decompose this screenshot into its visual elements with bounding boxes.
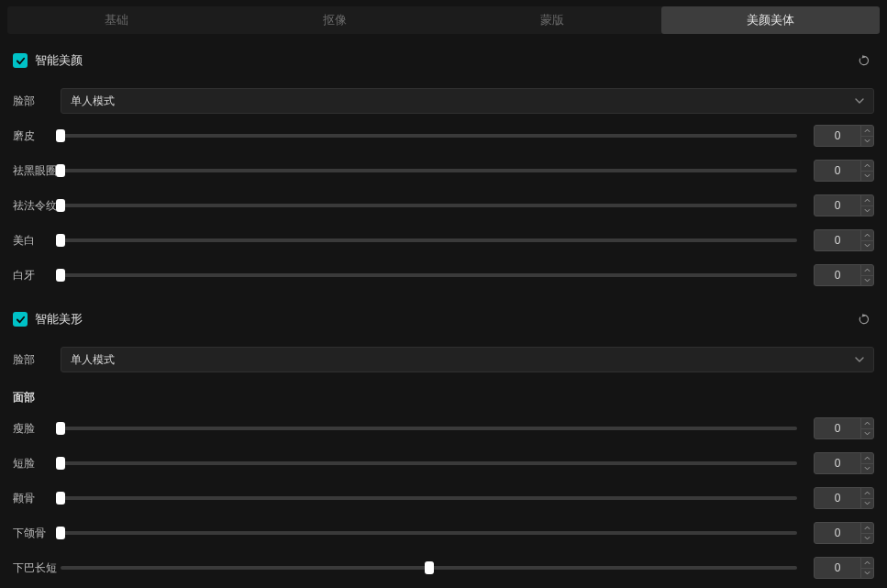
slider-label: 美白	[13, 233, 61, 249]
slider-thumb[interactable]	[56, 492, 65, 505]
value-display: 0	[815, 492, 860, 505]
stepper-down-icon[interactable]	[861, 205, 873, 216]
stepper-down-icon[interactable]	[861, 240, 873, 251]
stepper-down-icon[interactable]	[861, 275, 873, 286]
stepper-up-icon[interactable]	[861, 453, 873, 463]
slider-track[interactable]	[61, 531, 797, 535]
slider-row: 祛黑眼圈0	[13, 153, 874, 188]
tab-label: 美颜美体	[747, 12, 794, 28]
stepper-up-icon[interactable]	[861, 126, 873, 136]
stepper-up-icon[interactable]	[861, 558, 873, 568]
value-stepper[interactable]: 0	[814, 194, 874, 216]
slider-row: 颧骨0	[13, 481, 874, 516]
stepper-down-icon[interactable]	[861, 171, 873, 182]
stepper-down-icon[interactable]	[861, 498, 873, 509]
section-checkbox[interactable]	[13, 53, 28, 68]
slider-row: 下颌骨0	[13, 516, 874, 550]
value-stepper[interactable]: 0	[814, 487, 874, 509]
slider-row: 磨皮0	[13, 118, 874, 153]
slider-thumb[interactable]	[56, 164, 65, 177]
slider-track[interactable]	[61, 461, 797, 465]
value-display: 0	[815, 561, 860, 574]
slider-label: 下巴长短	[13, 560, 61, 576]
sub-header: 面部	[13, 377, 874, 411]
value-display: 0	[815, 234, 860, 247]
slider-label: 颧骨	[13, 491, 61, 506]
value-display: 0	[815, 199, 860, 212]
value-display: 0	[815, 269, 860, 282]
slider-thumb[interactable]	[56, 457, 65, 470]
slider-row: 下巴长短0	[13, 550, 874, 585]
value-display: 0	[815, 527, 860, 539]
slider-track[interactable]	[61, 169, 797, 172]
slider-label: 短脸	[13, 456, 61, 472]
reset-icon[interactable]	[854, 50, 874, 71]
stepper-down-icon[interactable]	[861, 428, 873, 439]
stepper-down-icon[interactable]	[861, 568, 873, 579]
slider-thumb[interactable]	[425, 561, 434, 574]
tab-label: 基础	[105, 12, 128, 28]
value-display: 0	[815, 164, 860, 177]
tab-3[interactable]: 美颜美体	[661, 6, 880, 34]
select-value: 单人模式	[71, 94, 115, 109]
chevron-down-icon	[855, 355, 864, 364]
slider-row: 瘦脸0	[13, 411, 874, 446]
value-stepper[interactable]: 0	[814, 264, 874, 286]
value-display: 0	[815, 129, 860, 142]
tab-1[interactable]: 抠像	[226, 6, 444, 34]
section-checkbox[interactable]	[13, 312, 28, 327]
value-display: 0	[815, 422, 860, 435]
stepper-up-icon[interactable]	[861, 195, 873, 205]
face-select-row: 脸部单人模式	[13, 83, 874, 118]
slider-thumb[interactable]	[56, 129, 65, 142]
value-stepper[interactable]: 0	[814, 522, 874, 544]
slider-label: 下颌骨	[13, 526, 61, 541]
value-stepper[interactable]: 0	[814, 229, 874, 251]
tab-label: 蒙版	[540, 12, 564, 28]
face-mode-select[interactable]: 单人模式	[61, 88, 874, 114]
slider-label: 磨皮	[13, 128, 61, 144]
reset-icon[interactable]	[854, 309, 874, 329]
slider-track[interactable]	[61, 427, 797, 430]
section-header: 智能美颜	[13, 34, 874, 83]
tab-0[interactable]: 基础	[7, 6, 226, 34]
value-display: 0	[815, 457, 860, 470]
slider-thumb[interactable]	[56, 199, 65, 212]
chevron-down-icon	[855, 96, 864, 105]
face-mode-select[interactable]: 单人模式	[61, 347, 874, 372]
stepper-up-icon[interactable]	[861, 265, 873, 275]
value-stepper[interactable]: 0	[814, 417, 874, 439]
stepper-down-icon[interactable]	[861, 463, 873, 474]
face-label: 脸部	[13, 94, 61, 109]
value-stepper[interactable]: 0	[814, 452, 874, 474]
slider-track[interactable]	[61, 204, 797, 207]
slider-thumb[interactable]	[56, 422, 65, 435]
stepper-up-icon[interactable]	[861, 161, 873, 171]
stepper-up-icon[interactable]	[861, 523, 873, 533]
slider-track[interactable]	[61, 239, 797, 242]
slider-row: 祛法令纹0	[13, 188, 874, 223]
value-stepper[interactable]: 0	[814, 160, 874, 182]
section-title: 智能美形	[35, 311, 83, 327]
slider-label: 祛黑眼圈	[13, 163, 61, 179]
slider-label: 白牙	[13, 268, 61, 283]
slider-row: 美白0	[13, 223, 874, 258]
slider-thumb[interactable]	[56, 234, 65, 247]
section-header: 智能美形	[13, 293, 874, 342]
stepper-down-icon[interactable]	[861, 136, 873, 147]
slider-track[interactable]	[61, 496, 797, 500]
stepper-down-icon[interactable]	[861, 533, 873, 544]
slider-thumb[interactable]	[56, 269, 65, 282]
slider-thumb[interactable]	[56, 527, 65, 539]
slider-label: 祛法令纹	[13, 198, 61, 214]
slider-track[interactable]	[61, 566, 797, 570]
stepper-up-icon[interactable]	[861, 418, 873, 428]
slider-track[interactable]	[61, 134, 797, 138]
stepper-up-icon[interactable]	[861, 230, 873, 240]
value-stepper[interactable]: 0	[814, 125, 874, 147]
slider-track[interactable]	[61, 273, 797, 277]
slider-row: 白牙0	[13, 258, 874, 293]
tab-2[interactable]: 蒙版	[444, 6, 662, 34]
value-stepper[interactable]: 0	[814, 557, 874, 579]
stepper-up-icon[interactable]	[861, 488, 873, 498]
